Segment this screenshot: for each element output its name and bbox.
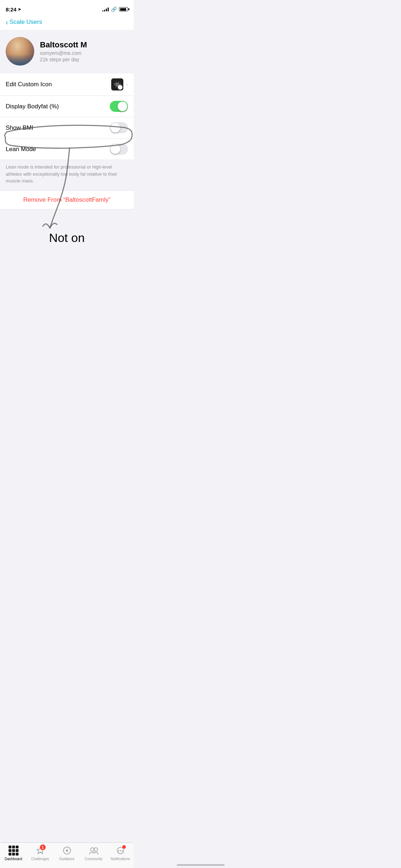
- display-bodyfat-toggle[interactable]: [110, 101, 128, 112]
- time-display: 8:24: [6, 6, 16, 12]
- edit-custom-icon-row[interactable]: Edit Custom Icon 👾 ›: [0, 73, 134, 96]
- profile-info: Baltoscott M ssmyers@me.com 21k steps pe…: [40, 40, 87, 62]
- display-bodyfat-row: Display Bodyfat (%): [0, 96, 134, 117]
- status-time: 8:24 ➤: [6, 6, 21, 12]
- battery-icon: [119, 7, 128, 11]
- chevron-right-icon: ›: [126, 81, 128, 88]
- show-bmi-label: Show BMI: [6, 124, 33, 131]
- edit-custom-icon-label: Edit Custom Icon: [6, 81, 52, 88]
- lean-mode-toggle[interactable]: [110, 144, 128, 155]
- toggle-thumb: [110, 144, 120, 154]
- edit-custom-icon-right: 👾 ›: [111, 78, 128, 91]
- profile-email: ssmyers@me.com: [40, 50, 87, 56]
- back-chevron-icon: ‹: [6, 19, 8, 26]
- remove-section: Remove From “BaltoscottFamly”: [0, 190, 134, 210]
- display-bodyfat-label: Display Bodyfat (%): [6, 103, 59, 110]
- lean-mode-desc-text: Lean mode is intended for professional o…: [6, 164, 117, 184]
- settings-group: Edit Custom Icon 👾 › Display Bodyfat (%)…: [0, 73, 134, 160]
- toggle-thumb: [110, 123, 120, 133]
- location-arrow-icon: ➤: [18, 7, 21, 12]
- status-icons: 🔗: [102, 6, 128, 12]
- toggle-thumb: [118, 102, 127, 111]
- custom-icon-preview: 👾: [111, 78, 123, 91]
- signal-icon: [102, 7, 109, 11]
- lean-mode-description: Lean mode is intended for professional o…: [0, 160, 134, 190]
- status-bar: 8:24 ➤ 🔗: [0, 0, 134, 16]
- back-button[interactable]: ‹ Scale Users: [6, 19, 42, 26]
- not-on-text: Not on: [6, 231, 128, 245]
- chain-icon: 🔗: [111, 6, 117, 12]
- profile-steps: 21k steps per day: [40, 57, 87, 62]
- show-bmi-toggle[interactable]: [110, 122, 128, 133]
- show-bmi-row: Show BMI: [0, 117, 134, 139]
- lean-mode-row: Lean Mode: [0, 139, 134, 160]
- profile-section: Baltoscott M ssmyers@me.com 21k steps pe…: [0, 30, 134, 73]
- remove-from-family-button[interactable]: Remove From “BaltoscottFamly”: [23, 196, 110, 203]
- not-on-section: Not on: [0, 210, 134, 266]
- nav-header: ‹ Scale Users: [0, 16, 134, 30]
- lean-mode-label: Lean Mode: [6, 146, 36, 153]
- profile-name: Baltoscott M: [40, 40, 87, 50]
- avatar: [6, 37, 34, 66]
- back-label: Scale Users: [10, 19, 42, 26]
